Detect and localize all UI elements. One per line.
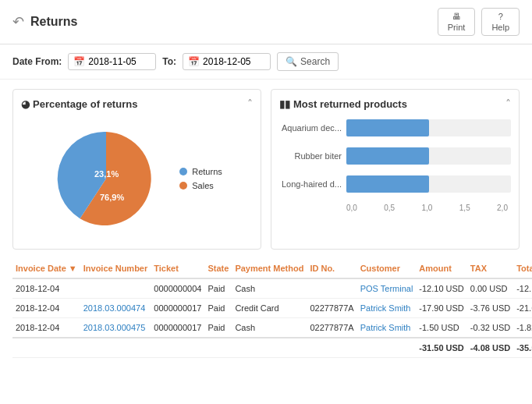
header-left: ↶ Returns [12, 13, 77, 30]
col-state: State [204, 259, 232, 278]
bar-inner-2 [346, 147, 429, 165]
pie-chart-card: ◕ Percentage of returns ˄ 23,1% 76,9% Re… [12, 89, 261, 250]
pie-legend: Returns Sales [179, 167, 222, 190]
bar-chart-card: ▮▮ Most returned products ˄ Aquarium dec… [271, 89, 520, 250]
cell-customer-2: Patrick Smith [357, 299, 417, 318]
date-from-input-wrap: 📅 [68, 53, 156, 70]
pie-icon: ◕ [21, 98, 30, 110]
cell-ticket-3: 0000000017 [151, 318, 204, 338]
bar-inner-1 [346, 119, 429, 136]
printer-icon: 🖶 [452, 12, 461, 21]
customer-link-2[interactable]: Patrick Smith [360, 303, 411, 313]
col-customer: Customer [357, 259, 417, 278]
total-spacer [12, 338, 416, 358]
table-row: 2018-12-04 0000000004 Paid Cash POS Term… [12, 278, 532, 299]
cell-invoice-num-3: 2018.03.000475 [80, 318, 151, 338]
page-title: Returns [30, 15, 77, 29]
x-label-1: 1,0 [422, 204, 433, 212]
total-total: -35.58 USD [513, 338, 532, 358]
bar-chart-title: ▮▮ Most returned products [279, 98, 407, 110]
customer-link-3[interactable]: Patrick Smith [360, 323, 411, 332]
search-label: Search [300, 56, 330, 67]
pie-returns-pct: 23,1% [94, 169, 119, 179]
cell-id-1 [307, 278, 356, 299]
table-head: Invoice Date ▼ Invoice Number Ticket Sta… [12, 259, 532, 278]
cell-total-3: -1.82 USD [513, 318, 532, 338]
legend-returns: Returns [179, 167, 222, 176]
total-amount: -31.50 USD [416, 338, 466, 358]
pie-chart-title: ◕ Percentage of returns [21, 98, 137, 110]
legend-dot-sales [179, 182, 187, 190]
table-row: 2018-12-04 2018.03.000475 0000000017 Pai… [12, 318, 532, 338]
x-label-2: 2,0 [497, 204, 508, 212]
bar-label-2: Rubber biter [279, 151, 342, 161]
cell-total-1: -12.10 USD [513, 278, 532, 299]
cell-amount-2: -17.90 USD [416, 299, 466, 318]
returns-table: Invoice Date ▼ Invoice Number Ticket Sta… [12, 259, 532, 358]
cell-date-3: 2018-12-04 [12, 318, 80, 338]
bar-chart-header: ▮▮ Most returned products ˄ [279, 97, 511, 110]
cell-ticket-1: 0000000004 [151, 278, 204, 299]
cell-id-3: 02277877A [307, 318, 356, 338]
cell-customer-3: Patrick Smith [357, 318, 417, 338]
cell-ticket-2: 0000000017 [151, 299, 204, 318]
cell-id-2: 02277877A [307, 299, 356, 318]
table-total-row: -31.50 USD -4.08 USD -35.58 USD [12, 338, 532, 358]
toolbar: Date From: 📅 To: 📅 🔍 Search [0, 44, 532, 80]
bar-collapse-icon[interactable]: ˄ [505, 97, 511, 110]
print-label: Print [448, 23, 466, 32]
bar-row-2: Rubber biter [279, 147, 511, 165]
date-from-label: Date From: [12, 56, 62, 67]
cell-payment-2: Credit Card [232, 299, 307, 318]
bar-chart-area: Aquarium dec... Rubber biter Long-haired… [279, 116, 511, 212]
cell-payment-1: Cash [232, 278, 307, 299]
customer-link-1[interactable]: POS Terminal [360, 284, 413, 293]
table-row: 2018-12-04 2018.03.000474 0000000017 Pai… [12, 299, 532, 318]
bar-label-1: Aquarium dec... [279, 123, 342, 133]
search-button[interactable]: 🔍 Search [277, 52, 339, 71]
date-from-input[interactable] [88, 56, 151, 67]
bar-outer-1 [346, 119, 511, 136]
col-id-no: ID No. [307, 259, 356, 278]
page-header: ↶ Returns 🖶 Print ? Help [0, 0, 532, 44]
cell-payment-3: Cash [232, 318, 307, 338]
x-axis: 0,0 0,5 1,0 1,5 2,0 [346, 204, 511, 212]
print-button[interactable]: 🖶 Print [438, 8, 476, 36]
bar-outer-2 [346, 147, 511, 165]
col-ticket: Ticket [151, 259, 204, 278]
x-label-05: 0,5 [384, 204, 395, 212]
bar-row-3: Long-haired d... [279, 175, 511, 193]
back-icon[interactable]: ↶ [12, 13, 24, 30]
to-label: To: [162, 56, 176, 67]
cell-amount-1: -12.10 USD [416, 278, 466, 299]
invoice-link-2[interactable]: 2018.03.000474 [83, 303, 146, 313]
legend-sales: Sales [179, 181, 222, 190]
date-to-input[interactable] [203, 56, 265, 67]
legend-label-sales: Sales [192, 181, 214, 190]
col-payment-method: Payment Method [232, 259, 307, 278]
total-tax: -4.08 USD [467, 338, 513, 358]
table-body: 2018-12-04 0000000004 Paid Cash POS Term… [12, 278, 532, 358]
pie-sales-pct: 76,9% [100, 193, 124, 202]
cell-tax-3: -0.32 USD [467, 318, 513, 338]
header-actions: 🖶 Print ? Help [438, 8, 520, 36]
bar-inner-3 [346, 175, 429, 193]
cell-state-1: Paid [204, 278, 232, 299]
col-invoice-number: Invoice Number [80, 259, 151, 278]
cell-total-2: -21.66 USD [513, 299, 532, 318]
bar-label-3: Long-haired d... [279, 179, 342, 189]
bar-outer-3 [346, 175, 511, 193]
calendar-to-icon: 📅 [188, 56, 200, 67]
pie-chart-svg: 23,1% 76,9% [51, 124, 161, 233]
col-invoice-date: Invoice Date ▼ [12, 259, 80, 278]
cell-tax-2: -3.76 USD [467, 299, 513, 318]
cell-state-2: Paid [204, 299, 232, 318]
invoice-link-3[interactable]: 2018.03.000475 [83, 323, 146, 332]
pie-collapse-icon[interactable]: ˄ [247, 97, 253, 110]
charts-row: ◕ Percentage of returns ˄ 23,1% 76,9% Re… [0, 80, 532, 259]
x-label-15: 1,5 [459, 204, 470, 212]
sort-icon: ▼ [69, 264, 77, 273]
pie-chart-header: ◕ Percentage of returns ˄ [21, 97, 253, 110]
help-button[interactable]: ? Help [481, 8, 520, 36]
search-icon: 🔍 [286, 56, 297, 67]
